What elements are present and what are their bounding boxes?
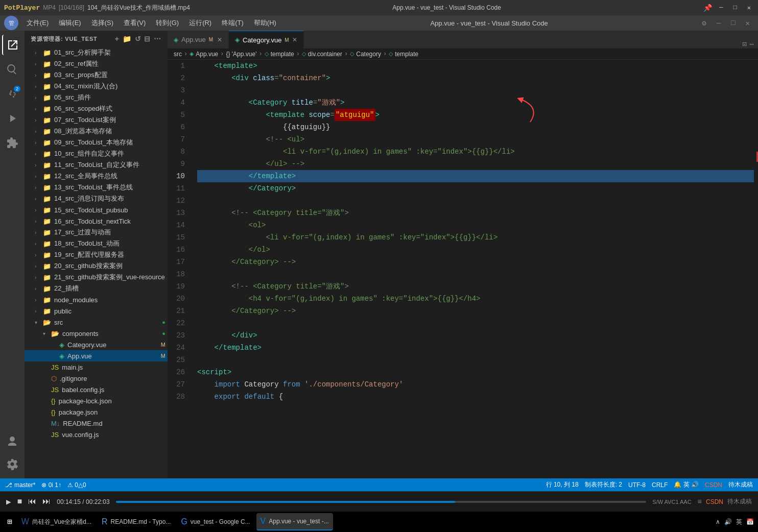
tree-item-15[interactable]: › 📁 15_src_TodoList_pubsub (25, 204, 168, 215)
more-tabs-icon[interactable]: ⋯ (750, 40, 754, 49)
status-line-ending[interactable]: CRLF (652, 480, 668, 489)
taskbar-item-word[interactable]: W 尚硅谷_Vue全家桶d... (17, 513, 96, 530)
code-editor[interactable]: 1 2 3 4 5 6 7 8 9 10 11 12 13 14 15 16 1 (168, 60, 758, 478)
tree-item-09[interactable]: › 📁 09_src_TodoList_本地存储 (25, 137, 168, 148)
breadcrumb-template1[interactable]: ◇ template (265, 51, 294, 58)
activity-extensions[interactable] (2, 133, 22, 153)
collapse-all-icon[interactable]: ⊟ (144, 35, 151, 43)
tree-item-readme[interactable]: › M↓ README.md (25, 418, 168, 429)
tree-item-public[interactable]: › 📁 public (25, 305, 168, 317)
breadcrumb-div-container[interactable]: ◇ div.container (302, 51, 342, 58)
tree-item-node-modules[interactable]: › 📁 node_modules (25, 294, 168, 305)
minimize-button[interactable]: — (716, 3, 726, 12)
tree-item-10[interactable]: › 📁 10_src_组件自定义事件 (25, 148, 168, 159)
video-stop-button[interactable]: ■ (17, 497, 22, 506)
new-folder-icon[interactable]: 📁 (123, 35, 132, 43)
tab-close-icon[interactable]: ✕ (292, 36, 297, 43)
windows-start-button[interactable]: ⊞ (4, 515, 15, 529)
tree-item-package[interactable]: › {} package.json (25, 406, 168, 418)
taskbar-clock[interactable]: 📅 (746, 518, 754, 525)
pin-icon[interactable]: 📌 (703, 4, 712, 12)
user-avatar[interactable]: 管 (4, 16, 18, 30)
tree-item-main-js[interactable]: › JS main.js (25, 361, 168, 373)
tree-item-17[interactable]: › 📁 17_src_过渡与动画 (25, 227, 168, 238)
video-menu-icon[interactable]: ≡ (698, 498, 702, 506)
vscode-minimize-button[interactable]: — (713, 17, 725, 29)
menu-file[interactable]: 文件(E) (22, 16, 53, 30)
tree-item-16[interactable]: › 📁 16_src_TodoList_nextTick (25, 215, 168, 227)
vscode-restore-button[interactable]: □ (727, 17, 739, 29)
tree-item-01[interactable]: › 📁 01_src_分析脚手架 (25, 47, 168, 58)
status-encoding[interactable]: UTF-8 (628, 480, 646, 489)
taskbar-ime-indicator[interactable]: 英 (736, 518, 742, 526)
tree-item-gitignore[interactable]: › ⬡ .gitignore (25, 373, 168, 384)
refresh-icon[interactable]: ↺ (135, 35, 141, 43)
tab-category-vue[interactable]: ◈ Category.vue M ✕ (229, 31, 304, 49)
status-errors[interactable]: ⊗ 0i 1↑ (41, 481, 61, 489)
status-language[interactable]: 🔔 英 🔊 (674, 480, 699, 489)
tree-item-03[interactable]: › 📁 03_src_props配置 (25, 69, 168, 81)
tree-item-category-vue[interactable]: › ◈ Category.vue M (25, 339, 168, 350)
tree-item-22[interactable]: › 📁 22_插槽 (25, 283, 168, 294)
tree-item-app-vue[interactable]: › ◈ App.vue M (25, 350, 168, 361)
menu-terminal[interactable]: 终端(T) (218, 16, 248, 30)
tree-item-19[interactable]: › 📁 19_src_配置代理服务器 (25, 249, 168, 260)
potplayer-label[interactable]: PotPlayer (4, 4, 40, 12)
tab-close-icon[interactable]: ✕ (217, 36, 222, 43)
video-prev-button[interactable]: ⏮ (28, 497, 36, 506)
taskbar-notification-icon[interactable]: ∧ (716, 518, 720, 525)
video-next-button[interactable]: ⏭ (42, 497, 51, 506)
tree-item-src[interactable]: ▾ 📂 src ● (25, 317, 168, 328)
tree-item-vue-config[interactable]: › JS vue.config.js (25, 429, 168, 440)
tree-item-02[interactable]: › 📁 02_src_ref属性 (25, 58, 168, 69)
tree-item-babel[interactable]: › JS babel.config.js (25, 384, 168, 395)
tree-item-14[interactable]: › 📁 14_src_消息订阅与发布 (25, 193, 168, 204)
taskbar-item-chrome[interactable]: G vue_test - Google C... (177, 513, 254, 530)
taskbar-item-readme[interactable]: R README.md - Typo... (98, 513, 175, 530)
tree-item-04[interactable]: › 📁 04_src_mixin混入(合) (25, 81, 168, 92)
new-file-icon[interactable]: + (115, 35, 120, 43)
tree-item-20[interactable]: › 📁 20_src_github搜索案例 (25, 260, 168, 272)
breadcrumb-app-vue[interactable]: ◈ App.vue (190, 51, 218, 58)
more-actions-icon[interactable]: ⋯ (154, 35, 161, 43)
tree-item-13[interactable]: › 📁 13_src_TodoList_事件总线 (25, 182, 168, 193)
maximize-button[interactable]: □ (730, 3, 740, 12)
taskbar-volume-icon[interactable]: 🔊 (724, 518, 732, 525)
video-play-button[interactable]: ▶ (6, 497, 11, 507)
menu-edit[interactable]: 编辑(E) (55, 16, 85, 30)
status-warnings[interactable]: ⚠ 0△0 (67, 481, 86, 489)
menu-goto[interactable]: 转到(G) (152, 16, 183, 30)
tree-item-21[interactable]: › 📁 21_src_github搜索案例_vue-resource (25, 272, 168, 283)
tree-item-12[interactable]: › 📁 12_src_全局事件总线 (25, 171, 168, 182)
menu-view[interactable]: 查看(V) (120, 16, 150, 30)
tree-item-package-lock[interactable]: › {} package-lock.json (25, 395, 168, 406)
status-position[interactable]: 行 10, 列 18 (546, 480, 579, 489)
breadcrumb-category[interactable]: ◇ Category (350, 51, 381, 58)
menu-run[interactable]: 运行(R) (185, 16, 216, 30)
activity-account[interactable] (2, 431, 22, 452)
activity-settings[interactable] (2, 454, 22, 474)
vscode-close-button[interactable]: ✕ (742, 17, 754, 30)
status-tab-size[interactable]: 制表符长度: 2 (585, 480, 622, 489)
tree-item-06[interactable]: › 📁 06_src_scoped样式 (25, 103, 168, 114)
breadcrumb-template2[interactable]: ◇ template (389, 51, 418, 58)
tree-item-11[interactable]: › 📁 11_src_TodoList_自定义事件 (25, 159, 168, 171)
split-editor-icon[interactable]: ⊡ (742, 40, 746, 49)
menu-help[interactable]: 帮助(H) (250, 16, 280, 30)
activity-run[interactable] (2, 108, 22, 129)
activity-explorer[interactable] (2, 35, 22, 55)
close-button[interactable]: ✕ (744, 3, 754, 13)
breadcrumb-app-vue-obj[interactable]: {} 'App.vue' (226, 51, 256, 58)
tab-app-vue[interactable]: ◈ App.vue M ✕ (168, 31, 229, 49)
tree-item-07[interactable]: › 📁 07_src_TodoList案例 (25, 114, 168, 126)
activity-search[interactable] (2, 59, 22, 80)
tree-item-18[interactable]: › 📁 18_src_TodoList_动画 (25, 238, 168, 249)
taskbar-item-vscode[interactable]: V App.vue - vue_test -... (256, 513, 333, 530)
tree-item-08[interactable]: › 📁 08_浏览器本地存储 (25, 126, 168, 137)
menu-select[interactable]: 选择(S) (87, 16, 117, 30)
activity-source-control[interactable]: 2 (2, 84, 22, 104)
tree-item-05[interactable]: › 📁 05_src_插件 (25, 92, 168, 103)
status-branch[interactable]: ⎇ master* (5, 481, 35, 489)
vscode-settings-icon[interactable]: ⚙ (698, 17, 710, 30)
video-progress-bar[interactable] (116, 501, 647, 503)
